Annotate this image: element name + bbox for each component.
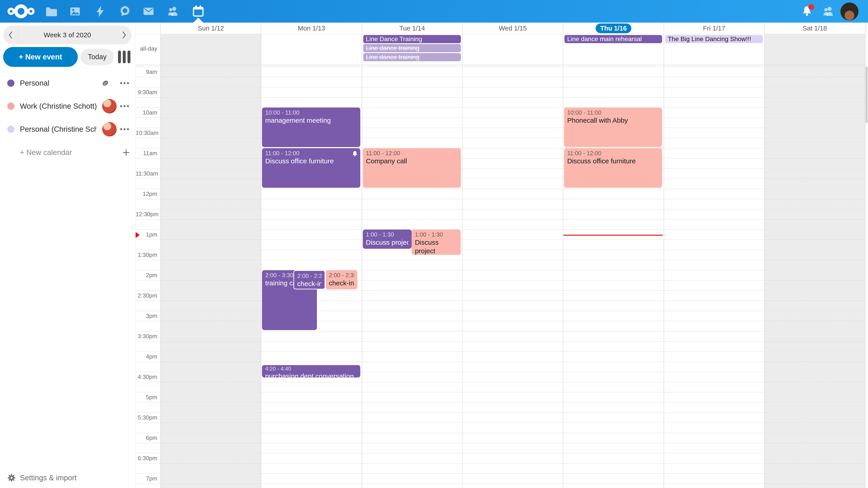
event-title: Discuss project announcement: [366, 238, 408, 247]
week-title[interactable]: Week 3 of 2020: [18, 26, 117, 44]
column-line: [764, 23, 765, 488]
current-time-line: [563, 235, 663, 236]
slot-line: [135, 229, 865, 230]
new-calendar-label[interactable]: + New calendar: [20, 142, 72, 163]
header-divider: [135, 34, 865, 34]
all-day-event[interactable]: Line dance training: [363, 44, 461, 52]
calendar-color-dot[interactable]: [7, 79, 14, 87]
time-label: 6pm: [135, 434, 157, 442]
mail-icon[interactable]: [142, 5, 155, 18]
day-header-label: Sat 1/18: [802, 25, 827, 32]
time-label: 1:30pm: [135, 252, 157, 258]
slot-line: [135, 148, 865, 149]
time-label: 6:30pm: [135, 455, 157, 462]
photos-icon[interactable]: [69, 5, 81, 18]
quarter-line: [135, 138, 865, 138]
calendar-list-item[interactable]: Personal: [0, 72, 135, 94]
event-title: check-in: [297, 280, 321, 288]
slot-line: [135, 107, 865, 108]
calendar-event[interactable]: 4:20 - 4:40purchasing dept conversation: [262, 365, 360, 378]
calendar-event[interactable]: 10:00 - 11:00Phonecall with Abby: [564, 107, 662, 147]
time-label: 5:30pm: [135, 414, 157, 421]
slot-line: [135, 87, 865, 88]
next-week-button[interactable]: [117, 26, 131, 44]
calendar-event[interactable]: 2:00 - 2:30check-in: [326, 270, 358, 289]
event-time: 2:00 - 2:30: [297, 272, 321, 280]
time-label: 9:30am: [135, 89, 157, 96]
new-event-button[interactable]: + New event: [3, 47, 78, 67]
quarter-line: [135, 443, 865, 443]
contacts-menu-icon[interactable]: [822, 5, 835, 18]
view-bar: [127, 51, 130, 63]
quarter-line: [135, 484, 865, 484]
event-time: 10:00 - 11:00: [265, 109, 357, 116]
notification-badge: [808, 4, 814, 10]
files-icon[interactable]: [45, 5, 57, 18]
time-label: 12pm: [135, 191, 157, 197]
time-label: 7pm: [135, 475, 157, 482]
time-label: 10am: [135, 109, 157, 116]
time-label: 3:30pm: [135, 333, 157, 340]
quarter-line: [135, 280, 865, 281]
scrollbar: [865, 23, 868, 488]
nextcloud-logo[interactable]: [6, 4, 36, 19]
more-actions-icon[interactable]: [119, 127, 130, 131]
day-header: Fri 1/17: [664, 23, 765, 34]
calendar-event[interactable]: 11:00 - 12:00Company call: [363, 148, 461, 188]
view-switcher-button[interactable]: [118, 51, 130, 63]
calendar-event[interactable]: 11:00 - 12:00Discuss office furniture: [262, 148, 360, 188]
scrollbar-thumb[interactable]: [866, 67, 868, 123]
more-actions-icon[interactable]: [119, 104, 130, 108]
event-time: 4:20 - 4:40: [265, 365, 357, 372]
slot-line: [135, 372, 865, 372]
slot-line: [135, 392, 865, 392]
slot-line: [135, 473, 865, 474]
calendar-event[interactable]: 11:00 - 12:00Discuss office furniture: [564, 148, 662, 188]
all-day-event[interactable]: Line dance training: [363, 53, 461, 61]
calendar-name[interactable]: Personal (Christine Scho...: [20, 119, 97, 140]
activity-icon[interactable]: [94, 5, 106, 18]
calendar-name[interactable]: Personal: [20, 72, 49, 94]
day-header: Tue 1/14: [362, 23, 463, 34]
today-button[interactable]: Today: [81, 49, 114, 65]
gear-icon: [7, 473, 16, 483]
new-calendar-row[interactable]: + New calendar: [0, 142, 135, 163]
column-line: [362, 23, 362, 488]
all-day-label: all-day: [135, 45, 157, 52]
quarter-line: [135, 118, 865, 118]
all-day-event[interactable]: The Big Line Dancing Show!!!: [665, 35, 763, 43]
user-avatar[interactable]: [840, 2, 859, 21]
calendar-event[interactable]: 10:00 - 11:00management meeting: [262, 107, 360, 147]
calendar-list-item[interactable]: Work (Christine Schott): [0, 95, 135, 117]
week-navigation: Week 3 of 2020: [3, 26, 131, 44]
calendar-list-item[interactable]: Personal (Christine Scho...: [0, 119, 135, 140]
calendar-icon[interactable]: [192, 5, 205, 18]
weekend-column-background: [160, 34, 261, 488]
slot-line: [135, 351, 865, 352]
all-day-event[interactable]: Line Dance Training: [363, 35, 461, 43]
calendar-color-dot[interactable]: [7, 126, 14, 133]
column-line: [261, 23, 261, 488]
share-link-icon[interactable]: [100, 78, 110, 88]
talk-icon[interactable]: [119, 5, 131, 18]
previous-week-button[interactable]: [3, 26, 18, 44]
calendar-event[interactable]: 1:00 - 1:30Discuss project announcement: [412, 230, 460, 255]
settings-import[interactable]: Settings & import: [0, 470, 135, 486]
plus-icon[interactable]: [121, 148, 131, 158]
all-day-event[interactable]: Line dance main rehearsal: [564, 35, 662, 43]
column-line: [664, 23, 664, 488]
calendar-name[interactable]: Work (Christine Schott): [20, 95, 97, 117]
calendar-event[interactable]: 1:00 - 1:30Discuss project announcement: [363, 230, 412, 249]
calendar-week-view: all-day Sun 1/12Mon 1/13Tue 1/14Wed 1/15…: [135, 23, 868, 488]
more-actions-icon[interactable]: [119, 81, 130, 86]
contacts-icon[interactable]: [166, 5, 179, 18]
event-time: 1:00 - 1:30: [415, 231, 457, 238]
time-label: 11:30am: [135, 170, 157, 177]
calendar-color-dot[interactable]: [7, 103, 14, 110]
active-app-indicator: [193, 18, 204, 23]
time-label: 12:30pm: [135, 211, 157, 218]
slot-line: [135, 189, 865, 189]
calendar-event[interactable]: 2:00 - 2:30check-in: [293, 270, 325, 289]
quarter-line: [135, 178, 865, 179]
quarter-line: [135, 361, 865, 362]
